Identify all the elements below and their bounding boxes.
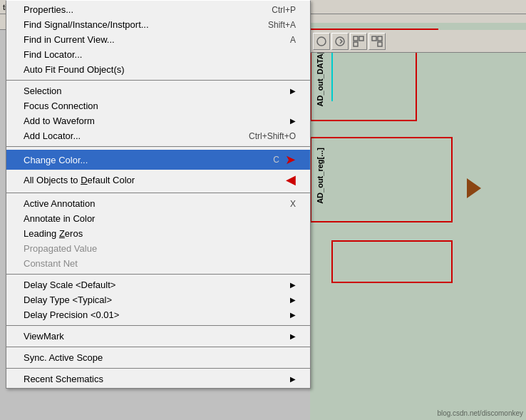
toolbar-btn-3[interactable] xyxy=(350,33,367,50)
red-arrow-1: ➤ xyxy=(285,152,296,168)
divider-4 xyxy=(6,274,310,275)
svg-rect-7 xyxy=(378,42,382,46)
svg-rect-4 xyxy=(354,42,358,46)
menu-constant-net: Constant Net xyxy=(6,256,310,271)
menu-viewmark[interactable]: ViewMark ▶ xyxy=(6,329,310,344)
menu-all-objects-default-color[interactable]: All Objects to Default Color ◀ xyxy=(6,170,310,190)
red-arrow-2: ◀ xyxy=(286,172,296,188)
divider-2 xyxy=(6,146,310,147)
menu-leading-zeros[interactable]: Leading Zeros xyxy=(6,226,310,241)
menu-add-locator[interactable]: Add Locator... Ctrl+Shift+O xyxy=(6,128,310,143)
divider-7 xyxy=(6,368,310,369)
menu-section-3: Change Color... C ➤ All Objects to Defau… xyxy=(6,148,310,191)
toolbar-btn-4[interactable] xyxy=(368,33,386,50)
toolbar-btn-2[interactable] xyxy=(331,33,349,50)
svg-rect-5 xyxy=(372,36,376,41)
menu-add-to-waveform[interactable]: Add to Waveform ▶ xyxy=(6,113,310,128)
menu-section-4: Active Annotation X Annotate in Color Le… xyxy=(6,195,310,272)
menu-section-5: Delay Scale <Default> ▶ Delay Type <Typi… xyxy=(6,276,310,324)
menu-delay-precision[interactable]: Delay Precision <0.01> ▶ xyxy=(6,307,310,322)
menu-active-annotation[interactable]: Active Annotation X xyxy=(6,196,310,211)
menu-section-7: Sync. Active Scope xyxy=(6,349,310,367)
divider-1 xyxy=(6,80,310,81)
schematic-content: AD_out_DATA[7:0] AD_out_reg[...] blog.cs… xyxy=(310,23,526,420)
menu-change-color[interactable]: Change Color... C ➤ xyxy=(6,150,310,170)
menu-section-6: ViewMark ▶ xyxy=(6,327,310,345)
menu-find-signal[interactable]: Find Signal/Instance/Instport... Shift+A xyxy=(6,17,310,32)
menu-find-current[interactable]: Find in Current View... A xyxy=(6,32,310,47)
schematic-arrow xyxy=(467,178,481,198)
menu-section-2: Selection ▶ Focus Connection Add to Wave… xyxy=(6,82,310,145)
toolbar-btn-1[interactable] xyxy=(313,33,330,50)
menu-annotate-color[interactable]: Annotate in Color xyxy=(6,211,310,226)
watermark: blog.csdn.net/discomonkey xyxy=(437,409,523,417)
menu-propagated-value: Propagated Value xyxy=(6,241,310,256)
menu-properties[interactable]: Properties... Ctrl+P xyxy=(6,2,310,17)
schematic-area: AD_out_DATA[7:0] AD_out_reg[...] blog.cs… xyxy=(310,23,526,420)
menu-recent-schematics[interactable]: Recent Schematics ▶ xyxy=(6,372,310,386)
menu-delay-scale[interactable]: Delay Scale <Default> ▶ xyxy=(6,277,310,292)
svg-rect-2 xyxy=(354,36,358,41)
svg-rect-3 xyxy=(359,36,363,41)
svg-point-1 xyxy=(336,37,344,46)
dropdown-menu: Properties... Ctrl+P Find Signal/Instanc… xyxy=(6,0,311,389)
svg-rect-6 xyxy=(378,36,382,41)
divider-6 xyxy=(6,347,310,347)
divider-3 xyxy=(6,193,310,193)
signal-label-2: AD_out_reg[...] xyxy=(316,148,324,204)
menu-section-1: Properties... Ctrl+P Find Signal/Instanc… xyxy=(6,1,310,78)
menu-section-8: Recent Schematics ▶ xyxy=(6,370,310,388)
menu-sync-active-scope[interactable]: Sync. Active Scope xyxy=(6,350,310,365)
menu-auto-fit[interactable]: Auto Fit Found Object(s) xyxy=(6,62,310,77)
menu-focus-connection[interactable]: Focus Connection xyxy=(6,98,310,113)
divider-5 xyxy=(6,325,310,326)
menu-delay-type[interactable]: Delay Type <Typical> ▶ xyxy=(6,292,310,307)
menu-find-locator[interactable]: Find Locator... xyxy=(6,47,310,62)
menu-selection[interactable]: Selection ▶ xyxy=(6,83,310,98)
svg-point-0 xyxy=(317,37,326,46)
toolbar xyxy=(310,30,526,53)
